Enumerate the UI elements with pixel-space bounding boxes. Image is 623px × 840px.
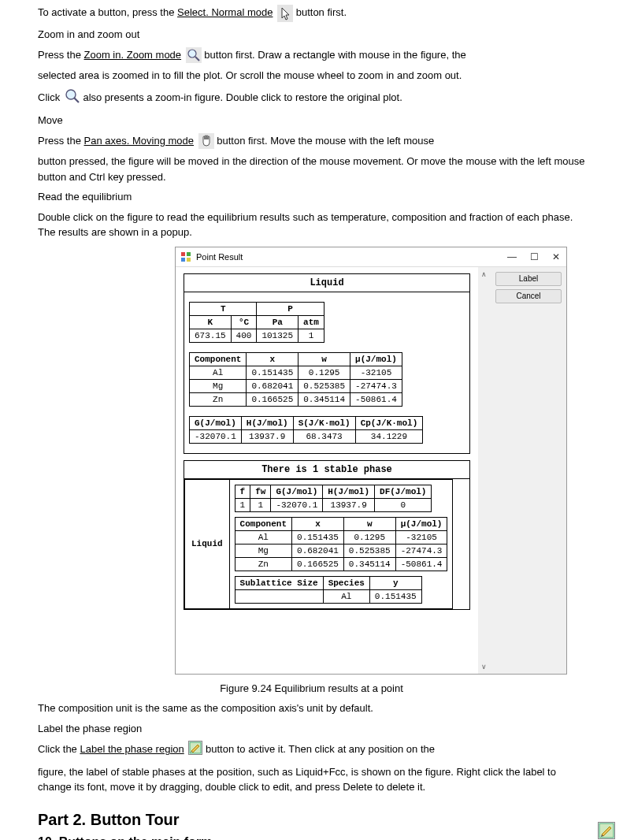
liquid-comp-table: Component x w µ(J/mol) Al0.1514350.1295-… <box>189 352 402 407</box>
heading-move: Move <box>38 113 585 128</box>
heading-read-eq: Read the equilibrium <box>38 189 585 205</box>
scroll-up-icon[interactable]: ∧ <box>481 270 487 278</box>
heading-zoom: Zoom in and zoom out <box>38 27 585 43</box>
para-zoom-2: selected area is zoomed in to fill the p… <box>38 68 585 84</box>
scrollbar-vertical[interactable]: ∧ ∨ <box>478 267 491 674</box>
para-select: To activate a button, press the Select. … <box>38 5 585 22</box>
para-unit-note: The composition unit is the same as the … <box>38 701 585 716</box>
para-label-phase-2: figure, the label of stable phases at th… <box>38 764 585 795</box>
maximize-icon[interactable]: ☐ <box>528 251 540 262</box>
part2-heading: Part 2. Button Tour <box>38 811 585 829</box>
para-read-eq: Double click on the figure to read the e… <box>38 210 585 240</box>
scroll-down-icon[interactable]: ∨ <box>481 663 487 671</box>
svg-rect-8 <box>187 252 191 256</box>
window-title: Point Result <box>196 252 506 262</box>
tp-table: T P K °C Pa atm 673.15 400 <box>189 302 324 343</box>
side-panel: Label Cancel <box>491 267 566 674</box>
svg-rect-10 <box>187 258 191 262</box>
window-icon <box>180 251 191 262</box>
label-phase-icon <box>188 741 202 760</box>
liquid-title: Liquid <box>184 274 469 292</box>
liquid-thermo-table: G(J/mol) H(J/mol) S(J/K·mol) Cp(J/K·mol)… <box>189 416 423 444</box>
phase-f-table: f fw G(J/mol) H(J/mol) DF(J/mol) 1 1 -32 <box>235 485 432 512</box>
para-zoom: Press the Zoom in. Zoom mode button firs… <box>38 47 585 64</box>
zoom-in-icon <box>186 47 202 63</box>
heading-label-phase: Label the phase region <box>38 721 585 737</box>
close-icon[interactable]: ✕ <box>551 251 562 262</box>
svg-rect-9 <box>181 258 185 262</box>
cursor-icon <box>277 5 293 22</box>
phase-sublattice-table: Sublattice Size Species y Al 0.151435 <box>235 576 422 604</box>
minimize-icon[interactable]: — <box>506 251 517 262</box>
figure-caption: Figure 9.24 Equilibrium results at a poi… <box>38 681 585 697</box>
para-label-phase: Click the Label the phase region button … <box>38 741 585 760</box>
svg-rect-7 <box>181 252 185 256</box>
para-zoom-click: Click also presents a zoom-in figure. Do… <box>38 88 585 109</box>
link-pan-mode[interactable]: Pan axes. Moving mode <box>84 133 194 150</box>
para-move-2: button pressed, the figure will be moved… <box>38 154 585 184</box>
para-move: Press the Pan axes. Moving mode button f… <box>38 133 585 150</box>
link-label-phase[interactable]: Label the phase region <box>80 742 184 758</box>
window-titlebar[interactable]: Point Result — ☐ ✕ <box>176 247 566 267</box>
cancel-button[interactable]: Cancel <box>495 289 562 303</box>
phase-comp-table: Component x w µ(J/mol) Al0.1514350.1295-… <box>235 517 448 571</box>
svg-line-5 <box>74 98 79 102</box>
label-button[interactable]: Label <box>495 272 562 286</box>
footer-edit-icon <box>598 822 615 840</box>
svg-point-2 <box>188 50 196 58</box>
result-viewport: Liquid T P K °C Pa atm <box>176 267 478 674</box>
link-zoom-mode[interactable]: Zoom in. Zoom mode <box>84 47 182 64</box>
point-result-window: Point Result — ☐ ✕ Liquid T P <box>175 247 567 675</box>
link-select-mode[interactable]: Select. Normal mode <box>177 5 273 21</box>
hand-icon <box>198 133 214 149</box>
phase-label: Liquid <box>184 479 229 609</box>
stable-title: There is 1 stable phase <box>184 461 469 479</box>
magnifier-icon <box>65 88 80 109</box>
